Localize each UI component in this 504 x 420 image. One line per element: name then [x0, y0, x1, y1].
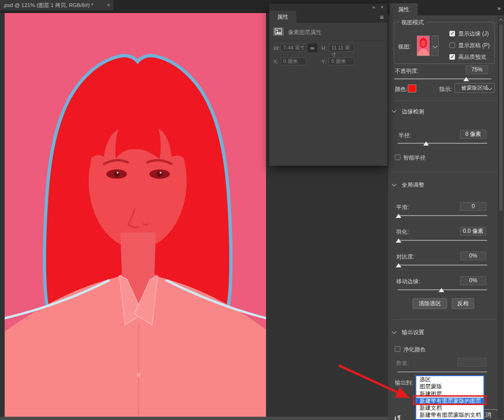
smooth-slider[interactable] — [398, 212, 487, 219]
divider — [393, 172, 497, 172]
invert-button[interactable]: 反相 — [452, 298, 474, 309]
show-edges-label: 显示边缘 (J) — [458, 30, 489, 38]
feather-slider[interactable] — [398, 237, 487, 244]
dropdown-item-5[interactable]: 新建带有图层蒙版的文档 — [416, 412, 483, 419]
smart-radius-label: 智能半径 — [403, 154, 426, 162]
annotation-red-rectangle — [413, 395, 487, 405]
opacity-slider[interactable] — [394, 76, 491, 82]
divider — [393, 319, 497, 320]
shift-edge-slider[interactable] — [398, 287, 487, 293]
global-refine-title[interactable]: 全局调整 — [402, 181, 424, 189]
indicates-value: 被蒙版区域 — [461, 85, 488, 91]
overlay-color-swatch[interactable] — [408, 84, 416, 92]
output-to-label: 输出到: — [395, 379, 413, 387]
color-label: 颜色: — [395, 85, 407, 93]
x-label: X: — [273, 59, 278, 64]
link-dimensions-icon[interactable]: ∞ — [308, 44, 317, 52]
view-label: 视图: — [398, 43, 411, 51]
tab-properties-right[interactable]: 属性 — [390, 3, 418, 15]
dropdown-item-4[interactable]: 新建文档 — [416, 405, 483, 412]
view-dropdown-chevron[interactable] — [432, 35, 439, 56]
edge-detection-title[interactable]: 边缘检测 — [402, 108, 424, 116]
pixel-layer-icon — [273, 27, 284, 36]
portrait-overlay-graphic — [5, 13, 266, 417]
panel-scrollbar[interactable] — [498, 17, 504, 420]
dropdown-item-0[interactable]: 选区 — [416, 376, 483, 383]
close-tab-icon[interactable]: × — [107, 0, 110, 10]
panel-content: 视图模式 视图: 显示边缘 (J) 显示原稿 (P) 高品质预览 不透明度: 7… — [388, 15, 504, 420]
height-field[interactable]: 11.11 英寸 — [329, 44, 354, 52]
contrast-slider[interactable] — [398, 262, 487, 268]
amount-label: 数量: — [396, 359, 409, 367]
view-mode-group: 视图模式 视图: 显示边缘 (J) 显示原稿 (P) 高品质预览 — [394, 22, 495, 64]
floating-panel-header: « × — [269, 4, 387, 11]
global-refine-chevron[interactable] — [392, 182, 397, 187]
dropdown-item-1[interactable]: 图层蒙版 — [416, 383, 483, 390]
feather-label: 羽化: — [396, 228, 409, 236]
x-field[interactable]: 0 厘米 — [280, 57, 306, 65]
document-tab-label: .psd @ 121% (图层 1 拷贝, RGB/8#) * — [3, 2, 93, 8]
width-field[interactable]: 7.44 英寸 — [280, 44, 306, 52]
edge-detection-chevron[interactable] — [392, 108, 397, 113]
shift-edge-value[interactable]: 0% — [460, 276, 486, 285]
width-label: W: — [273, 45, 280, 51]
opacity-value[interactable]: 75% — [466, 65, 488, 74]
indicates-label: 指示: — [439, 85, 452, 93]
close-panel-icon[interactable]: × — [381, 4, 384, 10]
show-edges-checkbox[interactable] — [449, 31, 455, 36]
divider — [393, 100, 497, 101]
divider — [269, 40, 387, 41]
show-original-label: 显示原稿 (P) — [458, 42, 490, 49]
amount-slider — [398, 369, 487, 375]
select-and-mask-panel: 属性 » 视图模式 视图: 显示边缘 (J) 显示原稿 (P) 高品质预览 — [388, 0, 504, 420]
output-settings-chevron[interactable] — [392, 329, 397, 334]
high-quality-preview-checkbox[interactable] — [449, 54, 455, 60]
reset-icon[interactable]: ↺ — [394, 413, 401, 420]
opacity-label: 不透明度: — [395, 67, 419, 75]
feather-value[interactable]: 0.0 像素 — [460, 227, 486, 236]
pixel-layer-properties-title: 像素图层属性 — [288, 28, 322, 36]
show-original-checkbox[interactable] — [449, 42, 455, 48]
expand-panels-icon[interactable]: » — [497, 5, 500, 12]
panel-menu-icon[interactable]: ≡ — [380, 14, 384, 21]
view-thumbnail[interactable] — [417, 35, 430, 56]
tab-properties[interactable]: 属性 — [269, 11, 296, 23]
output-settings-title[interactable]: 输出设置 — [402, 329, 424, 336]
height-label: H: — [322, 45, 327, 51]
floating-panel-tabstrip: 属性 ≡ — [269, 11, 387, 23]
scrollbar-thumb[interactable] — [499, 24, 503, 211]
contrast-value[interactable]: 0% — [460, 252, 486, 260]
floating-panel-content: 像素图层属性 W: 7.44 英寸 ∞ H: 11.11 英寸 X: 0 厘米 … — [269, 23, 387, 166]
smart-radius-checkbox[interactable] — [395, 154, 400, 160]
radius-label: 半径: — [399, 132, 411, 140]
view-mode-group-label: 视图模式 — [399, 19, 426, 27]
decontaminate-label: 净化颜色 — [403, 346, 426, 354]
scroll-up-icon[interactable] — [499, 19, 503, 22]
amount-value — [457, 358, 486, 367]
smooth-label: 平滑: — [396, 203, 409, 211]
decontaminate-checkbox[interactable] — [395, 346, 400, 352]
document-tab[interactable]: .psd @ 121% (图层 1 拷贝, RGB/8#) * × — [0, 0, 113, 10]
y-field[interactable]: 0 厘米 — [329, 57, 354, 65]
radius-value[interactable]: 8 像素 — [460, 130, 486, 139]
radius-slider[interactable] — [398, 140, 487, 147]
y-label: Y: — [322, 59, 326, 64]
canvas-bottom-strip — [0, 417, 388, 420]
canvas-image[interactable] — [5, 13, 266, 417]
clear-selection-button[interactable]: 清除选区 — [413, 298, 447, 309]
shift-edge-label: 移动边缘: — [396, 278, 420, 286]
contrast-label: 对比度: — [396, 253, 414, 261]
floating-properties-panel: « × 属性 ≡ 像素图层属性 W: 7.44 英寸 ∞ H: 11.11 英寸… — [269, 4, 387, 166]
collapse-panel-icon[interactable]: « — [372, 4, 375, 10]
smooth-value[interactable]: 0 — [460, 202, 486, 211]
high-quality-preview-label: 高品质预览 — [458, 53, 486, 61]
indicates-select[interactable]: 被蒙版区域 — [455, 83, 495, 93]
chevron-down-icon — [488, 86, 492, 91]
